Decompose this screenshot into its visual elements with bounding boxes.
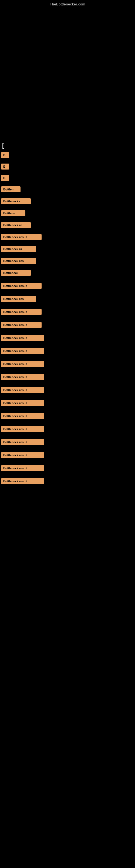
list-item: E bbox=[0, 163, 135, 169]
list-item: Bottleneck result bbox=[0, 387, 135, 393]
list-item: Bottleneck result bbox=[0, 234, 135, 240]
list-item: Bottleneck r bbox=[0, 198, 135, 204]
bottleneck-result-badge[interactable]: Bottleneck result bbox=[1, 426, 44, 432]
list-item: Bottlen bbox=[0, 186, 135, 192]
list-item: Bottleneck result bbox=[0, 413, 135, 419]
list-item: Bottlene bbox=[0, 210, 135, 216]
bottleneck-result-badge[interactable]: Bottleneck re bbox=[1, 222, 31, 228]
list-item: Bottleneck res bbox=[0, 296, 135, 302]
list-item: Bottleneck result bbox=[0, 322, 135, 328]
bracket-label: [ bbox=[0, 140, 135, 151]
bottleneck-result-badge[interactable]: Bottleneck result bbox=[1, 361, 44, 367]
bottleneck-result-badge[interactable]: B bbox=[1, 175, 9, 181]
list-item: B bbox=[0, 175, 135, 181]
bottleneck-result-badge[interactable]: Bottleneck result bbox=[1, 374, 44, 380]
list-item: Bottleneck result bbox=[0, 361, 135, 367]
list-item: Bottleneck res bbox=[0, 258, 135, 264]
list-item: Bottleneck result bbox=[0, 439, 135, 445]
list-item: Bottleneck bbox=[0, 270, 135, 276]
list-item: Bottleneck ra bbox=[0, 246, 135, 252]
bottleneck-result-badge[interactable]: Bottleneck result bbox=[1, 413, 44, 419]
bottleneck-result-badge[interactable]: Bottleneck result bbox=[1, 322, 42, 328]
bottleneck-result-badge[interactable]: Bottleneck result bbox=[1, 309, 42, 315]
bottleneck-result-badge[interactable]: Bottleneck result bbox=[1, 439, 44, 445]
top-chart-area bbox=[0, 7, 135, 137]
bottleneck-result-badge[interactable]: Bottleneck result bbox=[1, 400, 44, 406]
bottleneck-result-badge[interactable]: Bottleneck ra bbox=[1, 246, 36, 252]
results-container: BEBBottlenBottleneck rBottleneBottleneck… bbox=[0, 152, 135, 490]
bottleneck-result-badge[interactable]: Bottleneck result bbox=[1, 452, 44, 458]
bottleneck-result-badge[interactable]: E bbox=[1, 163, 9, 169]
list-item: B bbox=[0, 152, 135, 158]
bottleneck-result-badge[interactable]: Bottleneck res bbox=[1, 296, 36, 302]
list-item: Bottleneck result bbox=[0, 452, 135, 458]
bottleneck-result-badge[interactable]: Bottleneck result bbox=[1, 234, 42, 240]
list-item: Bottleneck result bbox=[0, 478, 135, 484]
list-item: Bottleneck result bbox=[0, 400, 135, 406]
content-area: [ BEBBottlenBottleneck rBottleneBottlene… bbox=[0, 137, 135, 492]
bottleneck-result-badge[interactable]: Bottleneck result bbox=[1, 465, 44, 471]
bottleneck-result-badge[interactable]: B bbox=[1, 152, 9, 158]
bottleneck-result-badge[interactable]: Bottleneck r bbox=[1, 198, 31, 204]
list-item: Bottleneck result bbox=[0, 309, 135, 315]
bottleneck-result-badge[interactable]: Bottleneck result bbox=[1, 348, 44, 354]
bottleneck-result-badge[interactable]: Bottleneck result bbox=[1, 478, 44, 484]
bottleneck-result-badge[interactable]: Bottleneck result bbox=[1, 335, 44, 341]
bottleneck-result-badge[interactable]: Bottleneck res bbox=[1, 258, 36, 264]
list-item: Bottleneck result bbox=[0, 283, 135, 289]
list-item: Bottleneck result bbox=[0, 348, 135, 354]
bottleneck-result-badge[interactable]: Bottleneck bbox=[1, 270, 31, 276]
list-item: Bottleneck result bbox=[0, 374, 135, 380]
bottleneck-result-badge[interactable]: Bottlene bbox=[1, 210, 26, 216]
list-item: Bottleneck result bbox=[0, 465, 135, 471]
site-title: TheBottlenecker.com bbox=[0, 0, 135, 7]
list-item: Bottleneck result bbox=[0, 426, 135, 432]
list-item: Bottleneck re bbox=[0, 222, 135, 228]
bottleneck-result-badge[interactable]: Bottlen bbox=[1, 186, 20, 192]
bottleneck-result-badge[interactable]: Bottleneck result bbox=[1, 387, 44, 393]
list-item: Bottleneck result bbox=[0, 335, 135, 341]
bottleneck-result-badge[interactable]: Bottleneck result bbox=[1, 283, 42, 289]
